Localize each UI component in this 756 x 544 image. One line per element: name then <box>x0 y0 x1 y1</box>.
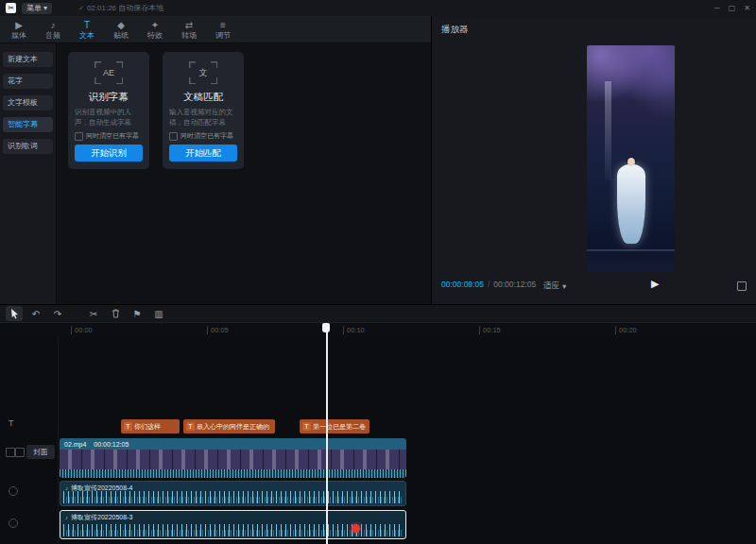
minimize-icon[interactable]: ─ <box>714 4 720 12</box>
total-duration: 00:00:12:05 <box>493 280 536 289</box>
flag-icon[interactable]: ⚑ <box>129 306 146 321</box>
fullscreen-icon[interactable] <box>737 281 747 291</box>
track-gutter: T 封面 <box>0 337 59 544</box>
media-icon: ▶ <box>2 19 36 31</box>
card-title: 识别字幕 <box>89 91 129 104</box>
effects-icon: ✦ <box>138 19 172 31</box>
video-filmstrip <box>60 450 406 469</box>
text-clip[interactable]: T 第一位已是第二卷 <box>300 419 369 434</box>
waterfall-light <box>605 81 611 180</box>
text-clip-icon: T <box>186 422 195 431</box>
checkbox[interactable] <box>75 132 83 141</box>
text-clip-icon: T <box>302 422 311 431</box>
audio-waveform <box>63 491 403 503</box>
card-description: 识别音视频中的人声，自动生成字幕 <box>75 108 143 128</box>
chevron-down-icon: ▾ <box>43 3 47 14</box>
current-time: 00:00:09:05 <box>441 280 484 289</box>
app-logo-icon: ✂ <box>6 3 16 13</box>
scan-frame-icon: 文 <box>189 61 217 84</box>
sidebar-item-fancy-text[interactable]: 花字 <box>3 74 53 89</box>
checkbox[interactable] <box>169 132 178 141</box>
tab-media[interactable]: ▶ 媒体 <box>2 19 36 41</box>
tab-sticker[interactable]: ◆ 贴纸 <box>104 19 138 41</box>
ruler-mark: 00:10 <box>343 326 365 334</box>
clear-existing-checkbox-row: 同时清空已有字幕 <box>169 131 233 141</box>
music-note-icon: ♪ <box>65 515 68 520</box>
ruler-mark: 00:20 <box>615 326 637 334</box>
primary-tabbar: ▶ 媒体 ♪ 音频 T 文本 ◆ 贴纸 ✦ 特效 ⇄ 转场 ≡ 调节 <box>0 16 431 43</box>
maximize-icon[interactable]: ▢ <box>729 4 736 12</box>
playback-times: 00:00:09:05 / 00:00:12:05 <box>441 280 536 289</box>
audio-clip[interactable]: ♪ 博取宣传20220508-4 <box>60 481 406 506</box>
player-title: 播放器 <box>441 24 469 36</box>
playhead-line[interactable] <box>326 323 328 544</box>
card-title: 文稿匹配 <box>183 91 223 104</box>
script-match-card: 文 文稿匹配 输入音视频对应的文稿，自动匹配字幕 同时清空已有字幕 开始匹配 <box>163 52 244 169</box>
start-recognition-button[interactable]: 开始识别 <box>75 144 143 162</box>
ruler-mark: 00:05 <box>207 326 229 334</box>
text-icon: T <box>70 19 104 31</box>
adjust-icon: ≡ <box>206 19 240 31</box>
tab-text[interactable]: T 文本 <box>70 19 104 41</box>
tab-adjust[interactable]: ≡ 调节 <box>206 19 240 41</box>
wisteria-foliage <box>587 45 675 147</box>
sidebar-item-text-template[interactable]: 文字模板 <box>3 95 53 110</box>
recognize-subtitle-card: AE 识别字幕 识别音视频中的人声，自动生成字幕 同时清空已有字幕 开始识别 <box>68 52 149 169</box>
text-clip[interactable]: T 最入心中的同伴是正确的 <box>183 419 275 434</box>
figure-dress <box>617 164 645 244</box>
tab-effects[interactable]: ✦ 特效 <box>138 19 172 41</box>
lock-track-icon[interactable] <box>6 448 15 457</box>
delete-icon[interactable] <box>107 306 124 321</box>
bridge-floor <box>587 246 675 271</box>
red-dot-indicator[interactable] <box>352 524 360 533</box>
split-icon[interactable]: ✂ <box>85 306 102 321</box>
fit-dropdown[interactable]: 适应 ▾ <box>538 280 572 293</box>
autosave-status: ✓ 02:01:26 自动保存本地 <box>78 3 163 13</box>
sidebar-item-recognize-lyrics[interactable]: 识别歌词 <box>3 139 53 154</box>
crop-icon[interactable]: ▥ <box>150 306 167 321</box>
video-clip[interactable]: 02.mp4 00:00:12:05 <box>60 438 406 478</box>
redo-icon[interactable]: ↷ <box>49 306 66 321</box>
clear-existing-checkbox-row: 同时清空已有字幕 <box>75 131 139 141</box>
playhead-handle[interactable] <box>322 323 330 332</box>
audio-track-icon[interactable] <box>9 486 18 496</box>
timeline-toolbar: ↶ ↷ ✂ ⚑ ▥ <box>0 304 756 323</box>
menu-label: 菜单 <box>26 3 42 14</box>
sidebar-item-smart-captions[interactable]: 智能字幕 <box>3 117 53 132</box>
video-preview <box>587 45 675 271</box>
card-description: 输入音视频对应的文稿，自动匹配字幕 <box>169 108 237 128</box>
transition-icon: ⇄ <box>172 19 206 31</box>
scan-frame-icon: AE <box>94 61 123 84</box>
text-clip-icon: T <box>124 422 132 431</box>
text-track-icon: T <box>9 418 14 428</box>
text-clip[interactable]: T 你们这样 <box>121 419 180 434</box>
sticker-icon: ◆ <box>104 19 138 31</box>
topbar: ✂ 菜单 ▾ ✓ 02:01:26 自动保存本地 ─ ▢ ✕ <box>0 0 756 16</box>
video-clip-name: 02.mp4 <box>64 441 86 448</box>
window-controls: ─ ▢ ✕ <box>714 4 750 12</box>
hide-track-icon[interactable] <box>15 448 25 457</box>
select-tool-icon[interactable] <box>6 306 23 321</box>
audio-icon: ♪ <box>36 19 70 31</box>
video-clip-duration: 00:00:12:05 <box>94 441 129 448</box>
sidebar-item-new-text[interactable]: 新建文本 <box>3 52 53 67</box>
play-button[interactable]: ▶ <box>645 277 664 291</box>
close-icon[interactable]: ✕ <box>744 4 750 12</box>
menu-button[interactable]: 菜单 ▾ <box>22 3 52 14</box>
time-ruler[interactable]: 00:00 00:05 00:10 00:15 00:20 <box>0 323 756 337</box>
start-match-button[interactable]: 开始匹配 <box>169 144 237 162</box>
undo-icon[interactable]: ↶ <box>27 306 44 321</box>
cover-button[interactable]: 封面 <box>26 445 55 459</box>
tab-transition[interactable]: ⇄ 转场 <box>172 19 206 41</box>
video-audio-waveform <box>60 469 406 478</box>
tab-audio[interactable]: ♪ 音频 <box>36 19 70 41</box>
check-icon: ✓ <box>78 5 84 12</box>
figure-head <box>627 158 635 166</box>
audio-track-icon[interactable] <box>9 518 18 528</box>
ruler-mark: 00:15 <box>479 326 501 334</box>
text-sidebar: 新建文本 花字 文字模板 智能字幕 识别歌词 <box>0 43 57 304</box>
player-panel: 播放器 00:00:09:05 / 00:00:12:05 适应 ▾ ▶ <box>431 16 756 304</box>
autosave-text: 02:01:26 自动保存本地 <box>87 3 163 13</box>
ruler-mark: 00:00 <box>71 326 93 334</box>
audio-clip-label: ♪ 博取宣传20220508-3 <box>60 511 405 522</box>
